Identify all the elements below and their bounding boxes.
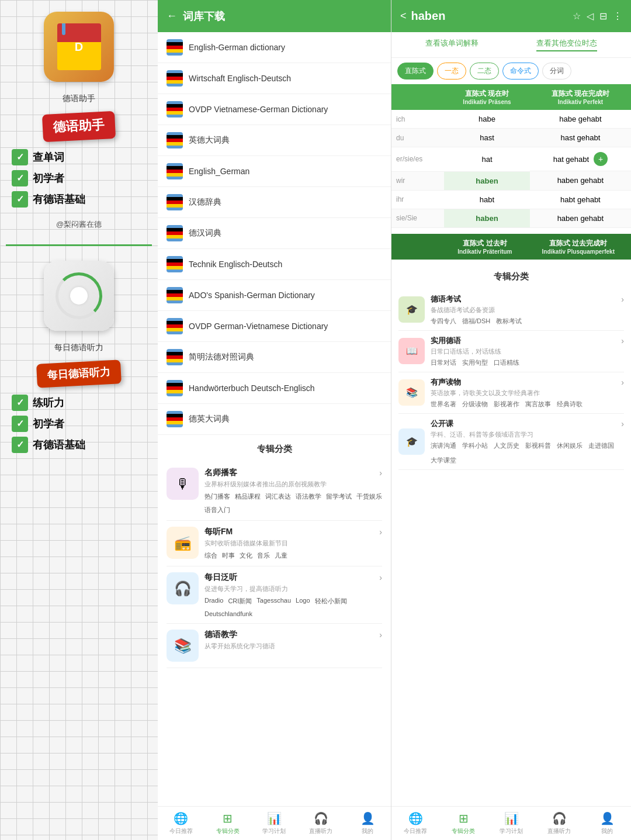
verb-cat-exam[interactable]: 🎓 德语考试 › 备战德语考试必备资源 专四专八 德福/DSH 教标考试: [398, 289, 624, 331]
col4-tense-sub: Indikativ Plusquamperfekt: [529, 248, 628, 255]
dict-item[interactable]: English-German dictionary: [158, 32, 391, 63]
verb-tab-definition[interactable]: 查看该单词解释: [425, 38, 479, 51]
dict-item[interactable]: Handwörterbuch Deutsch-Englisch: [158, 373, 391, 404]
left-decorative-panel: D 德语助手 德语助手 ✓ 查单词 ✓ 初学者 ✓ 有德语基础 @梨闷酱在德: [0, 0, 158, 840]
verb-nav-live[interactable]: 🎧 直播听力: [535, 811, 583, 835]
nav-item-today[interactable]: 🌐 今日推荐: [158, 811, 204, 835]
verb-nav-label-live: 直播听力: [547, 827, 571, 835]
verb-panel-header: < haben ☆ ◁ ⊟ ⋮: [391, 0, 631, 32]
dict-list: English-German dictionary Wirtschaft Eng…: [158, 32, 391, 435]
dict-item[interactable]: 英德大词典: [158, 125, 391, 156]
dict-item[interactable]: 德汉词典: [158, 218, 391, 249]
nav-label-plan: 学习计划: [262, 827, 286, 835]
category-card-famous[interactable]: 🎙 名师播客 › 业界标杆级别媒体者推出品的原创视频教学 热门播客 精品课程 词…: [167, 462, 382, 521]
nav-item-live[interactable]: 🎧 直播听力: [297, 811, 344, 835]
listening-app-badge: 每日德语听力: [36, 359, 122, 388]
pronoun-wir: wir: [391, 171, 444, 190]
flashcard-icon[interactable]: ⊟: [599, 11, 607, 22]
dict-item[interactable]: 德英大词典: [158, 404, 391, 435]
dictionary-app-icon[interactable]: D: [44, 12, 114, 82]
verb-cat-thumb-practical: 📖: [398, 338, 425, 364]
dict-item[interactable]: 简明法德对照词典: [158, 342, 391, 373]
category-card-fm[interactable]: 📻 每听FM › 实时收听德语德媒体最新节目 综合 时事 文化 音乐 儿童: [167, 521, 382, 566]
dict-item-icon-9: [167, 287, 183, 303]
tense-tab-indicative[interactable]: 直陈式: [397, 63, 434, 79]
dict-panel-title: 词库下载: [183, 9, 382, 23]
category-name-teaching: 德语教学: [204, 630, 237, 640]
dict-item[interactable]: Wirtschaft Englisch-Deutsch: [158, 63, 391, 94]
dict-category-title: 专辑分类: [167, 444, 382, 455]
category-card-daily[interactable]: 🎧 每日泛听 › 促进每天学习，提高德语听力 Dradio CRI新闻 Tage…: [167, 566, 382, 624]
verb-nav-category[interactable]: ⊞ 专辑分类: [439, 811, 487, 835]
listening-app-icon[interactable]: [44, 261, 114, 331]
verb-tab-conjugation[interactable]: 查看其他变位时态: [536, 38, 597, 51]
nav-icon-category: ⊞: [223, 811, 233, 825]
verb-cat-tags-audiobook: 世界名著 分级读物 影视著作 寓言故事 经典诗歌: [431, 400, 624, 409]
dictionary-features: ✓ 查单词 ✓ 初学者 ✓ 有德语基础: [6, 149, 152, 208]
dict-item[interactable]: 汉德辞典: [158, 187, 391, 218]
category-name-fm: 每听FM: [204, 527, 233, 537]
verb-cat-practical[interactable]: 📖 实用德语 › 日常口语练话，对话练练 日常对话 实用句型 口语精练: [398, 331, 624, 372]
verb-nav-mine[interactable]: 👤 我的: [583, 811, 631, 835]
dict-item-name-8: Technik Englisch-Deutsch: [189, 260, 382, 269]
dict-item[interactable]: OVDP German-Vietnamese Dictionary: [158, 311, 391, 342]
col3-tense-name: 直陈式 过去时: [448, 238, 522, 248]
verb-cat-tags-exam: 专四专八 德福/DSH 教标考试: [431, 317, 624, 326]
nav-item-mine[interactable]: 👤 我的: [344, 811, 391, 835]
listening-feature-1: ✓ 练听力: [12, 395, 146, 411]
tense-tab-imperative[interactable]: 命令式: [502, 63, 539, 79]
bookmark-icon[interactable]: ☆: [573, 11, 581, 22]
tense-tab-subjunctive2[interactable]: 二态: [470, 63, 499, 79]
pronoun-ihr: ihr: [391, 190, 444, 209]
dictionary-app-label: 德语助手: [63, 94, 95, 104]
verb-category-section: 专辑分类 🎓 德语考试 › 备战德语考试必备资源 专四专八 德福/DSH 教: [391, 265, 631, 476]
dict-item[interactable]: English_German: [158, 156, 391, 187]
verb-cat-opencourse[interactable]: 🎓 公开课 › 学科、泛语、科普等多领域语言学习 演讲沟通 学科小站 人文历史 …: [398, 414, 624, 470]
conj-sie-perf: haben gehabt: [530, 209, 631, 227]
category-thumb-fm: 📻: [167, 527, 199, 559]
dict-item[interactable]: ADO's Spanish-German Dictionary: [158, 280, 391, 311]
verb-cat-name-practical: 实用德语: [431, 336, 461, 346]
category-name-famous: 名师播客: [204, 468, 237, 478]
verb-nav-label-mine: 我的: [601, 827, 613, 835]
dict-item-icon-7: [167, 225, 183, 241]
category-arrow-daily: ›: [379, 573, 382, 582]
verb-nav-label-category: 专辑分类: [452, 827, 475, 835]
nav-item-plan[interactable]: 📊 学习计划: [251, 811, 298, 835]
verb-nav-icon-category: ⊞: [459, 811, 469, 825]
feature-text-1: 查单词: [33, 150, 64, 164]
more-icon[interactable]: ⋮: [613, 11, 622, 22]
feature-item-2: ✓ 初学者: [12, 170, 146, 186]
audio-icon[interactable]: ◁: [587, 11, 594, 22]
dict-item[interactable]: OVDP Vietnamese-German Dictionary: [158, 94, 391, 125]
dict-back-button[interactable]: ←: [167, 10, 177, 22]
nav-label-live: 直播听力: [309, 827, 332, 835]
dict-item[interactable]: Technik Englisch-Deutsch: [158, 249, 391, 280]
nav-label-mine: 我的: [362, 827, 373, 835]
category-tags-daily: Dradio CRI新闻 Tagesschau Logo 轻松小新闻 Deuts…: [204, 597, 382, 617]
col1-tense-name: 直陈式 现在时: [448, 89, 526, 99]
conj-wir-pres: haben: [444, 171, 530, 190]
verb-nav-today[interactable]: 🌐 今日推荐: [391, 811, 439, 835]
dict-item-icon-4: [167, 132, 183, 148]
nav-item-category[interactable]: ⊞ 专辑分类: [204, 811, 251, 835]
verb-cat-audiobook[interactable]: 📚 有声读物 › 英语故事，诗歌美文以及文学经典著作 世界名著 分级读物 影视著…: [398, 372, 624, 414]
add-button[interactable]: +: [594, 152, 608, 166]
listening-feature-text-1: 练听力: [33, 396, 64, 410]
verb-nav-icon-live: 🎧: [552, 811, 567, 825]
conj-ich-pres: habe: [444, 110, 530, 129]
verb-cat-arrow-audiobook: ›: [621, 378, 624, 387]
verb-back-button[interactable]: <: [400, 10, 407, 22]
category-desc-fm: 实时收听德语德媒体最新节目: [204, 539, 382, 548]
listening-features: ✓ 练听力 ✓ 初学者 ✓ 有德语基础: [6, 395, 152, 453]
category-info-fm: 每听FM › 实时收听德语德媒体最新节目 综合 时事 文化 音乐 儿童: [204, 527, 382, 560]
verb-cat-desc-exam: 备战德语考试必备资源: [431, 306, 624, 314]
verb-cat-info-audiobook: 有声读物 › 英语故事，诗歌美文以及文学经典著作 世界名著 分级读物 影视著作 …: [431, 377, 624, 409]
verb-conjugation-panel: < haben ☆ ◁ ⊟ ⋮ 查看该单词解释 查看其他变位时态 直陈式 一态 …: [391, 0, 631, 840]
tense-tab-participle[interactable]: 分词: [542, 63, 571, 79]
tense-tab-subjunctive1[interactable]: 一态: [437, 63, 466, 79]
dict-item-icon-10: [167, 318, 183, 334]
social-tag: @梨闷酱在德: [56, 219, 102, 230]
category-card-teaching[interactable]: 📚 德语教学 › 从零开始系统化学习德语: [167, 624, 382, 668]
verb-nav-plan[interactable]: 📊 学习计划: [487, 811, 535, 835]
